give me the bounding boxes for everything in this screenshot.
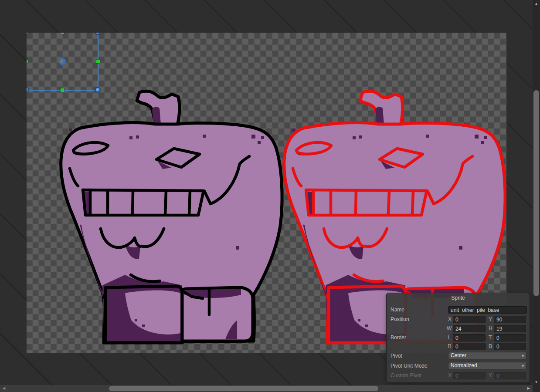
pivot-unit-mode-dropdown-value: Normalized [451, 362, 477, 368]
scroll-down-icon[interactable]: ▼ [533, 380, 540, 385]
pivot-unit-mode-label: Pivot Unit Mode [391, 362, 428, 370]
position-w-label: W [447, 325, 452, 332]
panel-title: Sprite [387, 295, 530, 301]
position-h-input[interactable] [494, 325, 526, 332]
pivot-unit-mode-dropdown[interactable]: Normalized ▾ [448, 362, 526, 369]
selection-handle-bottom[interactable] [61, 88, 64, 92]
horizontal-scrollbar[interactable]: ◀ ▶ [0, 385, 533, 392]
border-r-input[interactable] [453, 343, 486, 350]
selection-handle-bottom-left[interactable] [27, 87, 29, 93]
custom-pivot-label: Custom Pivot [391, 372, 421, 379]
position-x-input[interactable] [453, 316, 486, 323]
sprite-panel: Sprite Name Position X Y W H Border L T … [386, 293, 530, 383]
position-label: Position [391, 316, 409, 323]
position-y-label: Y [489, 316, 494, 323]
custom-pivot-y-input [494, 372, 526, 379]
horizontal-scrollbar-thumb[interactable] [109, 386, 378, 391]
selection-handle-right[interactable] [96, 60, 100, 63]
selection-handle-top[interactable] [61, 33, 64, 34]
sprite-pumpkin-black-outline[interactable] [59, 89, 283, 347]
pivot-label: Pivot [391, 352, 402, 360]
name-input[interactable] [448, 306, 527, 314]
scroll-left-icon[interactable]: ◀ [1, 385, 7, 392]
dropdown-arrow-icon: ▾ [522, 353, 524, 359]
dropdown-arrow-icon: ▾ [522, 363, 524, 369]
border-b-label: B [489, 343, 494, 350]
border-r-label: R [448, 343, 453, 350]
vertical-scrollbar-thumb[interactable] [533, 90, 539, 296]
pivot-dropdown-value: Center [451, 352, 466, 358]
position-y-input[interactable] [494, 316, 526, 323]
pivot-dropdown[interactable]: Center ▾ [448, 352, 526, 359]
border-b-input[interactable] [494, 343, 526, 350]
custom-pivot-y-label: Y [489, 372, 494, 379]
vertical-scrollbar[interactable]: ▲ ▼ [533, 0, 540, 392]
position-h-label: H [489, 325, 494, 332]
border-l-input[interactable] [453, 334, 486, 341]
scroll-right-icon[interactable]: ▶ [526, 385, 532, 392]
selection-handle-left[interactable] [27, 60, 28, 63]
selection-handle-bottom-right[interactable] [95, 87, 101, 93]
selection-handle-top-left[interactable] [27, 33, 29, 35]
custom-pivot-x-input [453, 372, 486, 379]
selection-handle-top-right[interactable] [95, 33, 101, 35]
border-t-label: T [489, 334, 494, 341]
name-label: Name [391, 306, 404, 314]
selection-pivot-handle[interactable] [59, 58, 66, 65]
position-w-input[interactable] [453, 325, 486, 332]
scroll-up-icon[interactable]: ▲ [533, 1, 540, 7]
sprite-editor-window: Sprite Name Position X Y W H Border L T … [0, 0, 540, 392]
border-t-input[interactable] [494, 334, 526, 341]
sprite-selection-rect[interactable] [27, 33, 98, 91]
border-label: Border [391, 334, 406, 341]
